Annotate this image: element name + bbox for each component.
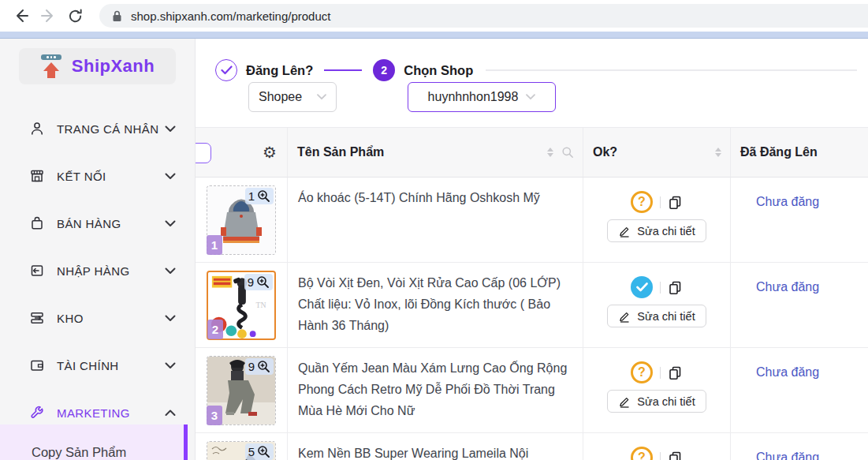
svg-text:TN: TN <box>256 301 266 309</box>
shop-select[interactable]: huynhnhon1998 <box>408 82 556 112</box>
posted-status-link[interactable]: Chưa đăng <box>756 365 819 379</box>
browser-toolbar: shop.shipxanh.com/marketing/product <box>0 0 868 32</box>
address-bar[interactable]: shop.shipxanh.com/marketing/product <box>99 4 868 28</box>
step1-label: Đăng Lên? <box>246 63 313 78</box>
header-ok-label: Ok? <box>593 145 617 159</box>
horizontal-scrollbar[interactable] <box>0 32 868 39</box>
copy-icon[interactable] <box>668 195 683 210</box>
product-name: Áo khoác (5-14T) Chính Hãng Oshkosh Mỹ <box>288 178 583 262</box>
sidebar-item-kho[interactable]: KHO <box>0 294 195 342</box>
logo-text: ShipXanh <box>72 56 155 77</box>
step2-number-circle[interactable]: 2 <box>373 59 395 81</box>
product-name: Bộ Vòi Xịt Đen, Vòi Xịt Rửa Cao Cấp (06 … <box>288 263 583 347</box>
zoom-in-icon <box>257 189 270 203</box>
table-header-row: ⚙ Tên Sản Phẩm Ok? <box>196 127 868 178</box>
pencil-icon <box>618 224 631 237</box>
image-zoom-chip[interactable]: 9 <box>245 358 274 375</box>
refresh-icon[interactable] <box>61 2 88 29</box>
wrench-icon <box>28 405 45 421</box>
header-posted-label: Đã Đăng Lên <box>740 145 818 159</box>
copy-icon[interactable] <box>668 451 683 460</box>
status-check-icon[interactable] <box>631 276 653 298</box>
edit-detail-button[interactable]: Sửa chi tiết <box>607 219 706 242</box>
url-text: shop.shipxanh.com/marketing/product <box>131 9 330 23</box>
status-question-icon[interactable]: ? <box>631 447 653 460</box>
image-count: 1 <box>248 189 255 203</box>
logo-arrow-icon <box>40 54 62 78</box>
store-icon <box>28 168 45 185</box>
posted-status-link[interactable]: Chưa đăng <box>756 280 819 294</box>
logo[interactable]: ShipXanh <box>19 48 176 84</box>
search-icon[interactable] <box>561 146 574 159</box>
filters-row: Shopee huynhnhon1998 <box>196 82 868 114</box>
product-thumbnail[interactable]: TN 9 2 <box>207 271 276 340</box>
sidebar-item-label: MARKETING <box>57 406 130 420</box>
table-row: 5 4 Kem Nền BB Super Wearing Lameila Nội… <box>196 433 868 460</box>
main-content: Đăng Lên? 2 Chọn Shop Shopee huynhnhon19… <box>196 39 868 460</box>
sidebar-item-ket-noi[interactable]: KẾT NỐI <box>0 152 195 200</box>
user-icon <box>28 121 45 137</box>
pencil-icon <box>618 309 631 323</box>
platform-select-value: Shopee <box>259 90 302 104</box>
step-connector-done <box>324 69 362 71</box>
edit-detail-button[interactable]: Sửa chi tiết <box>607 305 706 327</box>
header-ok-column: Ok? <box>583 128 731 177</box>
chevron-down-icon <box>165 173 176 180</box>
product-name: Quần Yếm Jean Màu Xám Lưng Cao Ống Rộng … <box>288 348 583 432</box>
lock-icon <box>112 10 122 22</box>
table-row: 9 3 Quần Yếm Jean Màu Xám Lưng Cao Ống R… <box>196 348 868 433</box>
header-select-column: ⚙ <box>196 128 288 177</box>
sidebar-item-tai-chinh[interactable]: TÀI CHÍNH <box>0 342 195 389</box>
sort-icon[interactable] <box>547 148 553 157</box>
step-indicator: Đăng Lên? 2 Chọn Shop <box>215 58 857 82</box>
forward-icon[interactable] <box>35 2 61 29</box>
chevron-down-icon <box>526 94 535 100</box>
zoom-in-icon <box>257 445 270 458</box>
product-table: ⚙ Tên Sản Phẩm Ok? <box>196 127 868 460</box>
platform-select[interactable]: Shopee <box>248 82 337 112</box>
sort-icon[interactable] <box>715 148 721 157</box>
wallet-icon <box>28 357 45 374</box>
divider <box>660 452 661 460</box>
copy-icon[interactable] <box>668 280 683 295</box>
header-name-column: Tên Sản Phẩm <box>288 128 583 177</box>
row-index-badge: 3 <box>207 406 222 425</box>
chevron-down-icon <box>165 362 176 369</box>
sidebar-subitem-copy-san-pham[interactable]: Copy Sản Phẩm <box>0 424 188 460</box>
product-thumbnail[interactable]: 5 4 <box>207 441 276 460</box>
pencil-icon <box>618 395 631 408</box>
sidebar-item-label: KẾT NỐI <box>57 170 106 183</box>
copy-icon[interactable] <box>668 365 683 380</box>
posted-status-link[interactable]: Chưa đăng <box>756 195 819 208</box>
edit-detail-label: Sửa chi tiết <box>637 395 695 408</box>
step1-check-circle[interactable] <box>215 59 237 81</box>
shop-select-value: huynhnhon1998 <box>428 90 519 104</box>
edit-detail-button[interactable]: Sửa chi tiết <box>607 390 706 413</box>
table-row: TN 9 2 Bộ Vòi Xịt Đen, Vòi Xịt Rửa Cao <box>196 263 868 348</box>
image-zoom-chip[interactable]: 5 <box>245 443 274 460</box>
chevron-up-icon <box>165 410 176 417</box>
product-thumbnail[interactable]: 9 3 <box>207 356 276 425</box>
image-count: 9 <box>248 360 255 373</box>
select-all-checkbox[interactable] <box>196 143 211 163</box>
status-question-icon[interactable]: ? <box>631 191 653 213</box>
screen: shop.shipxanh.com/marketing/product Ship… <box>0 0 868 460</box>
sidebar-item-label: KHO <box>57 312 84 325</box>
header-posted-column: Đã Đăng Lên <box>731 128 868 177</box>
divider <box>660 196 661 208</box>
posted-status-link[interactable]: Chưa đăng <box>756 451 819 460</box>
image-zoom-chip[interactable]: 1 <box>245 188 274 204</box>
product-thumbnail[interactable]: 1 1 <box>207 185 276 255</box>
shopping-bag-icon <box>28 215 45 232</box>
divider <box>660 367 661 379</box>
back-icon[interactable] <box>8 2 35 29</box>
sidebar-item-trang-ca-nhan[interactable]: TRANG CÁ NHÂN <box>0 105 195 152</box>
edit-detail-label: Sửa chi tiết <box>637 225 695 237</box>
sidebar-item-nhap-hang[interactable]: NHẬP HÀNG <box>0 247 195 294</box>
status-question-icon[interactable]: ? <box>631 361 653 383</box>
image-zoom-chip[interactable]: 9 <box>244 274 273 290</box>
edit-detail-label: Sửa chi tiết <box>637 310 695 323</box>
gear-icon[interactable]: ⚙ <box>263 144 287 160</box>
sidebar-item-label: TRANG CÁ NHÂN <box>57 122 158 136</box>
sidebar-item-ban-hang[interactable]: BÁN HÀNG <box>0 200 195 247</box>
